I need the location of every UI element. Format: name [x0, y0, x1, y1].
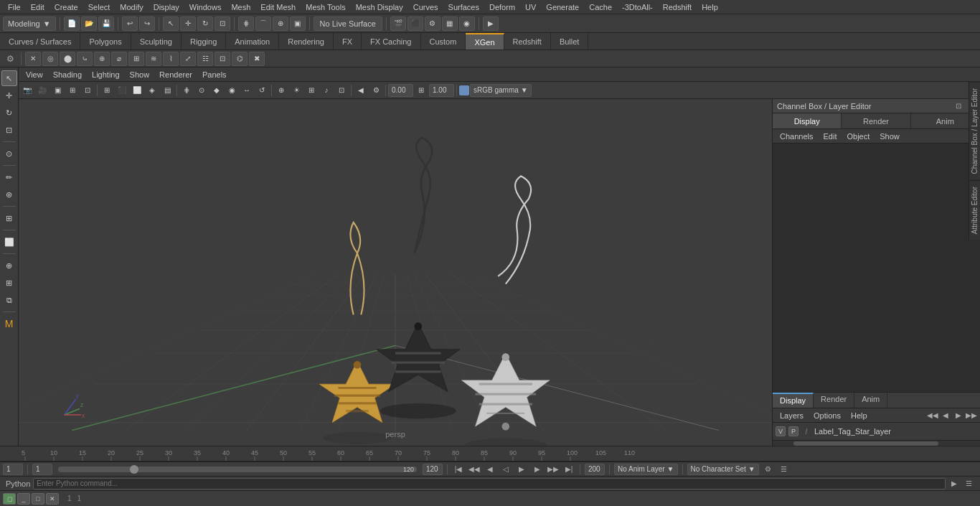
tab-redshift[interactable]: Redshift	[504, 33, 551, 50]
window-btn-1[interactable]: ◻	[3, 493, 16, 505]
tab-rendering[interactable]: Rendering	[279, 33, 334, 50]
grid-btn[interactable]: ⋕	[179, 84, 194, 97]
combine-btn[interactable]: ⧉	[1, 292, 17, 308]
layer-visibility-btn[interactable]: V	[776, 426, 786, 436]
anim-layer-dropdown[interactable]: No Anim Layer ▼	[614, 464, 678, 475]
cb-tab-display[interactable]: Display	[773, 113, 842, 128]
menu-3dtall[interactable]: -3DtoAll-	[617, 1, 658, 13]
motion-btn[interactable]: ↔	[240, 84, 254, 97]
shadow-btn[interactable]: ◆	[209, 84, 224, 97]
xgen-btn-11[interactable]: ☷	[197, 52, 213, 66]
edge-tab-channel-box[interactable]: Channel Box / Layer Editor	[969, 82, 980, 180]
xgen-btn-1[interactable]: ✕	[25, 52, 41, 66]
display-btn[interactable]: ◉	[459, 17, 475, 31]
render-settings-btn[interactable]: ⚙	[425, 17, 440, 31]
playback-next-key-btn[interactable]: ▶▶	[547, 464, 560, 475]
solid-btn[interactable]: ⬛	[115, 84, 129, 97]
lo-options[interactable]: Options	[809, 410, 845, 421]
python-input[interactable]	[33, 478, 946, 489]
xgen-btn-4[interactable]: ⤿	[77, 52, 93, 66]
menu-curves[interactable]: Curves	[408, 1, 443, 13]
tab-fx-caching[interactable]: FX Caching	[362, 33, 420, 50]
color-space-dropdown[interactable]: sRGB gamma ▼	[470, 84, 532, 97]
layer-name[interactable]: Label_Tag_Star_layer	[814, 427, 891, 436]
refresh-btn[interactable]: ↺	[255, 84, 269, 97]
marquee-btn[interactable]: ⬜	[1, 234, 17, 250]
aa-btn[interactable]: ⊙	[194, 84, 209, 97]
timeline[interactable]: 5 10 15 20 25 30 35 40 45 50 55 60 65 70…	[0, 446, 980, 462]
vp-btn5[interactable]: ⊡	[80, 84, 95, 97]
bookmark-btn[interactable]: ◀	[354, 84, 368, 97]
soft-select-btn[interactable]: ⊙	[1, 146, 17, 161]
current-frame-field[interactable]: 1	[3, 464, 23, 475]
range-slider[interactable]: 120	[58, 467, 417, 472]
display5-btn[interactable]: ▤	[160, 84, 174, 97]
audio-btn[interactable]: ♪	[319, 84, 334, 97]
xgen-btn-9[interactable]: ⌇	[163, 52, 179, 66]
layer-arrow-right[interactable]: ▶	[953, 410, 964, 421]
range-slider-thumb[interactable]	[130, 465, 138, 474]
xgen-btn-6[interactable]: ⌀	[111, 52, 127, 66]
tab-animation[interactable]: Animation	[226, 33, 279, 50]
camera-btn[interactable]: 📷	[20, 84, 34, 97]
film-btn[interactable]: 🎥	[35, 84, 50, 97]
select-tool-left[interactable]: ↖	[1, 70, 17, 86]
playback-next-btn[interactable]: ▶	[531, 464, 544, 475]
vp-menu-lighting[interactable]: Lighting	[88, 69, 124, 80]
move-tool-left[interactable]: ✛	[1, 88, 17, 103]
menu-deform[interactable]: Deform	[484, 1, 520, 13]
lo-help[interactable]: Help	[847, 410, 872, 421]
tab-custom[interactable]: Custom	[421, 33, 466, 50]
anim-options-btn[interactable]: ☰	[778, 464, 791, 475]
coord-scale[interactable]: 1.00	[429, 84, 454, 97]
menu-windows[interactable]: Windows	[184, 1, 227, 13]
menu-select[interactable]: Select	[83, 1, 116, 13]
rotate-tool-btn[interactable]: ↻	[197, 17, 213, 31]
xgen-btn-12[interactable]: ⊡	[215, 52, 230, 66]
mirror-btn[interactable]: ⊞	[1, 275, 17, 291]
sculpt-btn[interactable]: ⊛	[1, 187, 17, 202]
move-tool-btn[interactable]: ✛	[180, 17, 196, 31]
layer-tab-display[interactable]: Display	[773, 393, 814, 408]
playback-prev-btn[interactable]: ◀	[484, 464, 496, 475]
menu-display[interactable]: Display	[149, 1, 184, 13]
xgen-btn-14[interactable]: ✖	[249, 52, 265, 66]
tab-curves-surfaces[interactable]: Curves / Surfaces	[0, 33, 80, 50]
playback-play-btn[interactable]: ▶	[515, 464, 528, 475]
layer-scrollbar[interactable]	[773, 440, 980, 446]
live-surface-btn[interactable]: No Live Surface	[314, 17, 382, 31]
playback-end-btn[interactable]: ▶|	[562, 464, 575, 475]
select-tool-btn[interactable]: ↖	[163, 17, 179, 31]
redo-btn[interactable]: ↪	[139, 17, 155, 31]
viewport-mode-btn[interactable]: ▣	[50, 84, 65, 97]
menu-redshift[interactable]: Redshift	[658, 1, 697, 13]
xgen-btn-8[interactable]: ≋	[146, 52, 161, 66]
ipr-btn[interactable]: ⬛	[407, 17, 423, 31]
layer-arrow-left[interactable]: ◀	[940, 410, 951, 421]
render-btn[interactable]: 🎬	[390, 17, 406, 31]
menu-modify[interactable]: Modify	[115, 1, 148, 13]
tab-bullet[interactable]: Bullet	[551, 33, 589, 50]
menu-file[interactable]: File	[3, 1, 26, 13]
coord-x[interactable]: 0.00	[388, 84, 413, 97]
menu-generate[interactable]: Generate	[541, 1, 584, 13]
window-maximize-btn[interactable]: □	[32, 493, 44, 505]
anim-settings-btn[interactable]: ⚙	[762, 464, 775, 475]
menu-create[interactable]: Create	[50, 1, 83, 13]
save-file-btn[interactable]: 💾	[98, 17, 114, 31]
workspace-dropdown[interactable]: Modeling ▼	[3, 17, 56, 31]
layer-playback-btn[interactable]: P	[788, 426, 798, 436]
xgen-btn-13[interactable]: ⌬	[232, 52, 248, 66]
snap-curve-btn[interactable]: ⌒	[255, 17, 271, 31]
menu-help[interactable]: Help	[697, 1, 723, 13]
resolution-btn[interactable]: ▦	[442, 17, 458, 31]
tab-rigging[interactable]: Rigging	[182, 33, 226, 50]
xgen-btn-2[interactable]: ◎	[42, 52, 58, 66]
menu-mesh-tools[interactable]: Mesh Tools	[301, 1, 350, 13]
xgen-btn-10[interactable]: ⤢	[180, 52, 196, 66]
window-minimize-btn[interactable]: _	[17, 493, 30, 505]
scale-tool-left[interactable]: ⊡	[1, 122, 17, 138]
more-btn[interactable]: ▶	[483, 17, 499, 31]
ao-btn[interactable]: ◉	[225, 84, 239, 97]
tab-sculpting[interactable]: Sculpting	[131, 33, 182, 50]
